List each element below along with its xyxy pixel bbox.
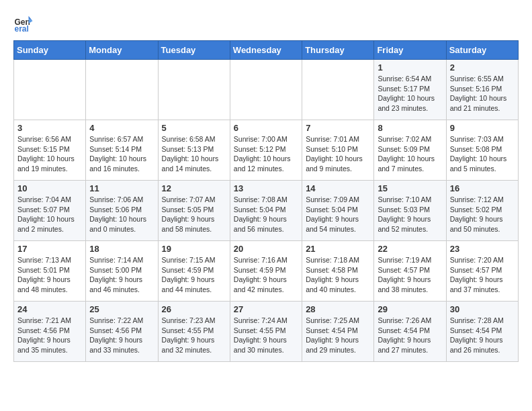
day-info: Sunrise: 6:57 AM Sunset: 5:14 PM Dayligh… xyxy=(89,134,154,174)
calendar-cell: 19Sunrise: 7:15 AM Sunset: 4:59 PM Dayli… xyxy=(158,241,230,302)
day-info: Sunrise: 7:07 AM Sunset: 5:05 PM Dayligh… xyxy=(162,195,226,234)
day-info: Sunrise: 7:15 AM Sunset: 4:59 PM Dayligh… xyxy=(162,255,226,295)
calendar-week-1: 1Sunrise: 6:54 AM Sunset: 5:17 PM Daylig… xyxy=(14,60,519,120)
day-number: 20 xyxy=(234,244,298,254)
day-number: 25 xyxy=(89,304,154,314)
calendar-cell: 16Sunrise: 7:12 AM Sunset: 5:02 PM Dayli… xyxy=(446,181,518,241)
day-info: Sunrise: 7:24 AM Sunset: 4:55 PM Dayligh… xyxy=(234,316,298,355)
calendar-cell xyxy=(302,60,374,120)
calendar-cell: 15Sunrise: 7:10 AM Sunset: 5:03 PM Dayli… xyxy=(374,181,446,241)
day-info: Sunrise: 7:08 AM Sunset: 5:04 PM Dayligh… xyxy=(234,195,298,234)
day-info: Sunrise: 7:21 AM Sunset: 4:56 PM Dayligh… xyxy=(17,316,82,355)
day-number: 15 xyxy=(378,183,442,193)
day-number: 10 xyxy=(17,183,82,193)
calendar-body: 1Sunrise: 6:54 AM Sunset: 5:17 PM Daylig… xyxy=(14,60,519,362)
calendar-cell xyxy=(86,60,158,120)
day-number: 2 xyxy=(450,62,515,73)
day-info: Sunrise: 7:14 AM Sunset: 5:00 PM Dayligh… xyxy=(89,255,154,295)
day-number: 14 xyxy=(306,183,370,193)
day-number: 6 xyxy=(234,123,298,133)
day-number: 11 xyxy=(89,183,154,193)
day-number: 9 xyxy=(450,123,515,133)
day-info: Sunrise: 7:03 AM Sunset: 5:08 PM Dayligh… xyxy=(450,134,515,174)
logo-icon: Gen eral xyxy=(13,13,34,34)
day-number: 7 xyxy=(306,123,370,133)
calendar-cell: 17Sunrise: 7:13 AM Sunset: 5:01 PM Dayli… xyxy=(14,241,86,302)
day-number: 18 xyxy=(89,244,154,254)
day-number: 21 xyxy=(306,244,370,254)
day-info: Sunrise: 7:19 AM Sunset: 4:57 PM Dayligh… xyxy=(378,255,442,295)
calendar-cell: 12Sunrise: 7:07 AM Sunset: 5:05 PM Dayli… xyxy=(158,181,230,241)
calendar-cell: 6Sunrise: 7:00 AM Sunset: 5:12 PM Daylig… xyxy=(230,120,302,181)
weekday-header-saturday: Saturday xyxy=(446,41,518,60)
logo: Gen eral xyxy=(13,13,36,34)
calendar-cell: 22Sunrise: 7:19 AM Sunset: 4:57 PM Dayli… xyxy=(374,241,446,302)
calendar-cell: 21Sunrise: 7:18 AM Sunset: 4:58 PM Dayli… xyxy=(302,241,374,302)
day-number: 19 xyxy=(162,244,226,254)
calendar-cell xyxy=(14,60,86,120)
svg-text:eral: eral xyxy=(15,24,29,34)
day-info: Sunrise: 7:01 AM Sunset: 5:10 PM Dayligh… xyxy=(306,134,370,174)
calendar-header: SundayMondayTuesdayWednesdayThursdayFrid… xyxy=(14,41,519,60)
calendar-cell: 18Sunrise: 7:14 AM Sunset: 5:00 PM Dayli… xyxy=(86,241,158,302)
day-number: 22 xyxy=(378,244,442,254)
day-info: Sunrise: 7:23 AM Sunset: 4:55 PM Dayligh… xyxy=(162,316,226,355)
calendar-cell: 7Sunrise: 7:01 AM Sunset: 5:10 PM Daylig… xyxy=(302,120,374,181)
day-number: 27 xyxy=(234,304,298,314)
day-number: 30 xyxy=(450,304,515,314)
day-number: 8 xyxy=(378,123,442,133)
day-info: Sunrise: 7:04 AM Sunset: 5:07 PM Dayligh… xyxy=(17,195,82,234)
calendar-cell: 30Sunrise: 7:28 AM Sunset: 4:54 PM Dayli… xyxy=(446,302,518,362)
calendar-cell: 2Sunrise: 6:55 AM Sunset: 5:16 PM Daylig… xyxy=(446,60,518,120)
day-number: 26 xyxy=(162,304,226,314)
day-number: 16 xyxy=(450,183,515,193)
calendar-week-4: 17Sunrise: 7:13 AM Sunset: 5:01 PM Dayli… xyxy=(14,241,519,302)
day-info: Sunrise: 6:56 AM Sunset: 5:15 PM Dayligh… xyxy=(17,134,82,174)
day-info: Sunrise: 7:26 AM Sunset: 4:54 PM Dayligh… xyxy=(378,316,442,355)
day-info: Sunrise: 7:12 AM Sunset: 5:02 PM Dayligh… xyxy=(450,195,515,234)
calendar-cell: 28Sunrise: 7:25 AM Sunset: 4:54 PM Dayli… xyxy=(302,302,374,362)
calendar-cell: 26Sunrise: 7:23 AM Sunset: 4:55 PM Dayli… xyxy=(158,302,230,362)
calendar-cell: 14Sunrise: 7:09 AM Sunset: 5:04 PM Dayli… xyxy=(302,181,374,241)
day-number: 28 xyxy=(306,304,370,314)
calendar-cell: 9Sunrise: 7:03 AM Sunset: 5:08 PM Daylig… xyxy=(446,120,518,181)
day-info: Sunrise: 6:55 AM Sunset: 5:16 PM Dayligh… xyxy=(450,74,515,113)
calendar-cell xyxy=(230,60,302,120)
day-info: Sunrise: 7:20 AM Sunset: 4:57 PM Dayligh… xyxy=(450,255,515,295)
calendar-week-2: 3Sunrise: 6:56 AM Sunset: 5:15 PM Daylig… xyxy=(14,120,519,181)
weekday-header-monday: Monday xyxy=(86,41,158,60)
day-number: 4 xyxy=(89,123,154,133)
calendar-cell: 25Sunrise: 7:22 AM Sunset: 4:56 PM Dayli… xyxy=(86,302,158,362)
calendar-cell: 1Sunrise: 6:54 AM Sunset: 5:17 PM Daylig… xyxy=(374,60,446,120)
calendar-cell: 11Sunrise: 7:06 AM Sunset: 5:06 PM Dayli… xyxy=(86,181,158,241)
day-info: Sunrise: 7:10 AM Sunset: 5:03 PM Dayligh… xyxy=(378,195,442,234)
day-info: Sunrise: 6:58 AM Sunset: 5:13 PM Dayligh… xyxy=(162,134,226,174)
calendar-cell: 13Sunrise: 7:08 AM Sunset: 5:04 PM Dayli… xyxy=(230,181,302,241)
calendar-cell: 27Sunrise: 7:24 AM Sunset: 4:55 PM Dayli… xyxy=(230,302,302,362)
weekday-header-sunday: Sunday xyxy=(14,41,86,60)
calendar-cell xyxy=(158,60,230,120)
weekday-header-wednesday: Wednesday xyxy=(230,41,302,60)
calendar-cell: 8Sunrise: 7:02 AM Sunset: 5:09 PM Daylig… xyxy=(374,120,446,181)
calendar-table: SundayMondayTuesdayWednesdayThursdayFrid… xyxy=(13,40,519,362)
day-info: Sunrise: 7:13 AM Sunset: 5:01 PM Dayligh… xyxy=(17,255,82,295)
day-number: 5 xyxy=(162,123,226,133)
day-number: 24 xyxy=(17,304,82,314)
day-info: Sunrise: 7:16 AM Sunset: 4:59 PM Dayligh… xyxy=(234,255,298,295)
calendar-cell: 10Sunrise: 7:04 AM Sunset: 5:07 PM Dayli… xyxy=(14,181,86,241)
day-info: Sunrise: 7:09 AM Sunset: 5:04 PM Dayligh… xyxy=(306,195,370,234)
calendar-week-5: 24Sunrise: 7:21 AM Sunset: 4:56 PM Dayli… xyxy=(14,302,519,362)
calendar-cell: 24Sunrise: 7:21 AM Sunset: 4:56 PM Dayli… xyxy=(14,302,86,362)
day-number: 12 xyxy=(162,183,226,193)
day-number: 17 xyxy=(17,244,82,254)
day-info: Sunrise: 7:18 AM Sunset: 4:58 PM Dayligh… xyxy=(306,255,370,295)
day-info: Sunrise: 7:28 AM Sunset: 4:54 PM Dayligh… xyxy=(450,316,515,355)
day-info: Sunrise: 7:00 AM Sunset: 5:12 PM Dayligh… xyxy=(234,134,298,174)
weekday-header-thursday: Thursday xyxy=(302,41,374,60)
weekday-header-tuesday: Tuesday xyxy=(158,41,230,60)
day-number: 1 xyxy=(378,62,442,73)
day-number: 29 xyxy=(378,304,442,314)
calendar-week-3: 10Sunrise: 7:04 AM Sunset: 5:07 PM Dayli… xyxy=(14,181,519,241)
weekday-header-row: SundayMondayTuesdayWednesdayThursdayFrid… xyxy=(14,41,519,60)
day-number: 23 xyxy=(450,244,515,254)
